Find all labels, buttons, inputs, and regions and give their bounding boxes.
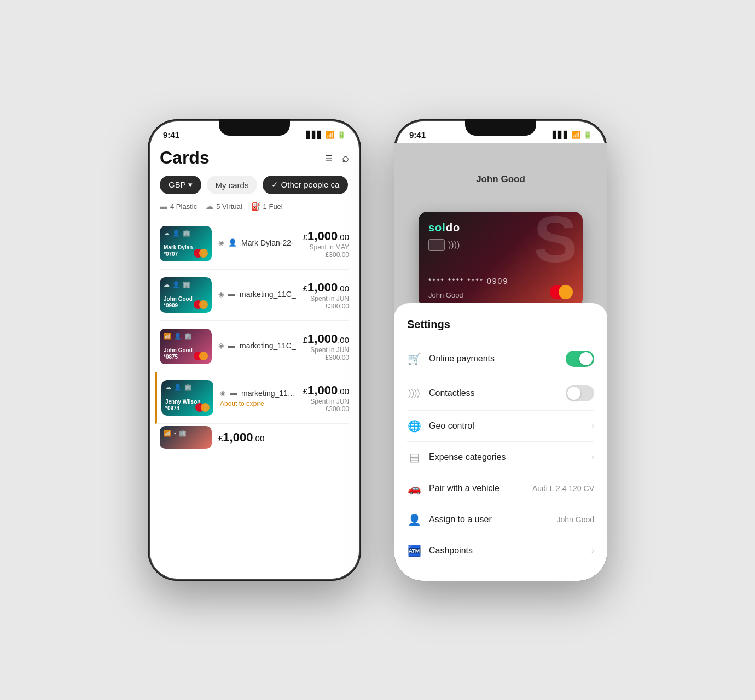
card-info: ◉ ▬ marketing_11C_ <box>218 341 297 352</box>
soldo-card-icon: ◉ <box>218 290 224 298</box>
filter-my-cards[interactable]: My cards <box>207 176 258 194</box>
filter-gbp[interactable]: GBP ▾ <box>160 176 201 194</box>
signal-icon: ▋▋▋ <box>306 131 323 139</box>
card-item[interactable]: 📶 • 🏢 £1,000.00 <box>160 424 349 451</box>
card-info-name: marketing_11C_ <box>241 389 297 398</box>
status-icons-right: ▋▋▋ 📶 🔋 <box>553 131 592 139</box>
card-thumb-icons: ☁ 👤 🏢 <box>165 384 192 391</box>
settings-row-vehicle[interactable]: 🚗 Pair with a vehicle Audi L 2.4 120 CV <box>407 473 594 504</box>
card-info: ◉ 👤 Mark Dylan-22- <box>218 238 297 249</box>
battery-icon: 🔋 <box>337 131 346 139</box>
cloud-icon: ☁ <box>165 384 171 391</box>
card-spent: Spent in JUN£300.00 <box>303 346 349 361</box>
card-amount: £1,000.00 Spent in JUN£300.00 <box>303 332 349 361</box>
card-spent: Spent in JUN£300.00 <box>303 295 349 310</box>
brand-letter: S <box>533 212 577 272</box>
status-icons-left: ▋▋▋ 📶 🔋 <box>306 131 346 139</box>
card-amount: £1,000.00 Spent in JUN£300.00 <box>303 281 349 310</box>
cashpoints-label: Cashpoints <box>429 546 584 556</box>
signal-icon-right: ▋▋▋ <box>553 131 569 139</box>
battery-icon-right: 🔋 <box>583 131 592 139</box>
big-card: soldo S )))) **** **** **** 0909 John Go… <box>419 212 583 307</box>
card-spent: Spent in JUN£300.00 <box>303 398 349 413</box>
vehicle-label: Pair with a vehicle <box>429 483 525 493</box>
mastercard-logo <box>194 249 208 258</box>
search-icon[interactable]: ⌕ <box>342 151 349 165</box>
car-icon: 🚗 <box>407 482 421 495</box>
mastercard-logo <box>195 403 210 412</box>
card-balance: £1,000.00 <box>303 229 349 243</box>
settings-row-assign[interactable]: 👤 Assign to a user John Good <box>407 504 594 535</box>
contactless-label: Contactless <box>429 388 558 398</box>
person-icon: 👤 <box>172 230 180 237</box>
soldo-card-icon: ◉ <box>218 239 224 247</box>
card-holder-name: John Good <box>428 291 463 299</box>
card-type-row: ▬ 4 Plastic ☁ 5 Virtual ⛽ 1 Fuel <box>160 202 349 211</box>
settings-panel: Settings 🛒 Online payments )))) Contactl… <box>394 303 607 581</box>
card-thumb-icons: ☁ 👤 🏢 <box>164 230 190 237</box>
person-icon: 👤 <box>172 281 180 288</box>
building-icon: 🏢 <box>183 230 190 237</box>
categories-icon: ▤ <box>407 451 421 464</box>
card-spent: Spent in MAY£300.00 <box>303 243 349 259</box>
card-info: ◉ ▬ marketing_11C_ <box>218 290 297 301</box>
card-info: ◉ ▬ marketing_11C_ About to expire <box>220 389 297 407</box>
cashpoint-icon: 🏧 <box>407 544 421 557</box>
assign-label: Assign to a user <box>429 515 549 524</box>
card-number-masked: **** **** **** 0909 <box>428 277 508 285</box>
chip-rect <box>428 239 445 251</box>
card-thumb-label: John Good*0875 <box>164 347 193 360</box>
card-thumb-label: John Good*0909 <box>164 296 193 309</box>
wifi-icon: 📶 <box>326 131 334 139</box>
card-balance: £1,000.00 <box>303 281 349 295</box>
card-meta-icon: ▬ <box>230 389 237 397</box>
card-info-top: ◉ ▬ marketing_11C_ <box>218 341 297 350</box>
card-display-area: John Good soldo S )))) **** **** **** 09… <box>394 143 607 318</box>
card-item[interactable]: ☁ 👤 🏢 Mark Dylan*0707 ◉ 👤 Mark Dylan-22- <box>160 218 349 270</box>
right-phone: 9:41 ▋▋▋ 📶 🔋 John Good soldo S )))) ****… <box>394 119 607 581</box>
filter-other-people[interactable]: ✓ Other people ca <box>263 176 348 194</box>
dot-icon: • <box>174 430 176 437</box>
filter-icon[interactable]: ≡ <box>325 151 332 165</box>
settings-row-online-payments[interactable]: 🛒 Online payments <box>407 342 594 376</box>
card-brand: soldo <box>428 221 460 234</box>
card-info-top: ◉ ▬ marketing_11C_ <box>218 290 297 299</box>
card-thumbnail: ☁ 👤 🏢 Mark Dylan*0707 <box>160 226 212 261</box>
card-balance: £1,000.00 <box>218 430 264 445</box>
online-payments-toggle[interactable] <box>566 351 594 367</box>
cloud-icon: ☁ <box>164 230 170 237</box>
mastercard-logo-big <box>550 285 573 299</box>
fuel-count: ⛽ 1 Fuel <box>251 202 283 211</box>
card-amount: £1,000.00 Spent in JUN£300.00 <box>303 383 349 413</box>
card-amount: £1,000.00 <box>218 430 264 445</box>
time-left: 9:41 <box>163 130 179 139</box>
card-info-top: ◉ 👤 Mark Dylan-22- <box>218 238 297 247</box>
building-icon: 🏢 <box>184 384 192 391</box>
settings-row-geo[interactable]: 🌐 Geo control › <box>407 411 594 442</box>
building-icon: 🏢 <box>184 332 192 340</box>
fuel-count-icon: ⛽ <box>251 202 260 211</box>
chevron-right-icon: › <box>591 421 594 431</box>
card-item[interactable]: 📶 👤 🏢 John Good*0875 ◉ ▬ marketing_11C_ <box>160 321 349 372</box>
card-info-name: marketing_11C_ <box>240 341 296 350</box>
settings-row-expense[interactable]: ▤ Expense categories › <box>407 442 594 473</box>
card-thumbnail: 📶 • 🏢 <box>160 426 212 449</box>
settings-row-cashpoints[interactable]: 🏧 Cashpoints › <box>407 535 594 566</box>
card-item[interactable]: ☁ 👤 🏢 John Good*0909 ◉ ▬ marketing_11C_ <box>160 270 349 321</box>
page-title: Cards <box>160 148 210 168</box>
wifi-card-icon: 📶 <box>164 332 171 340</box>
building-icon: 🏢 <box>183 281 190 288</box>
card-settings-screen: John Good soldo S )))) **** **** **** 09… <box>394 143 607 581</box>
soldo-card-icon: ◉ <box>220 389 225 397</box>
settings-row-contactless[interactable]: )))) Contactless <box>407 376 594 411</box>
wifi-icon-right: 📶 <box>572 131 580 139</box>
card-thumbnail: ☁ 👤 🏢 John Good*0909 <box>160 277 212 313</box>
toggle-knob <box>579 352 593 365</box>
expire-badge: About to expire <box>220 400 297 407</box>
plastic-icon: ▬ <box>160 202 167 211</box>
card-item[interactable]: ☁ 👤 🏢 Jenny Wilson*0974 ◉ ▬ marketing_11… <box>155 372 349 424</box>
contactless-toggle[interactable] <box>566 385 594 401</box>
assign-value: John Good <box>557 515 595 524</box>
expense-label: Expense categories <box>429 452 584 462</box>
globe-icon: 🌐 <box>407 419 421 433</box>
